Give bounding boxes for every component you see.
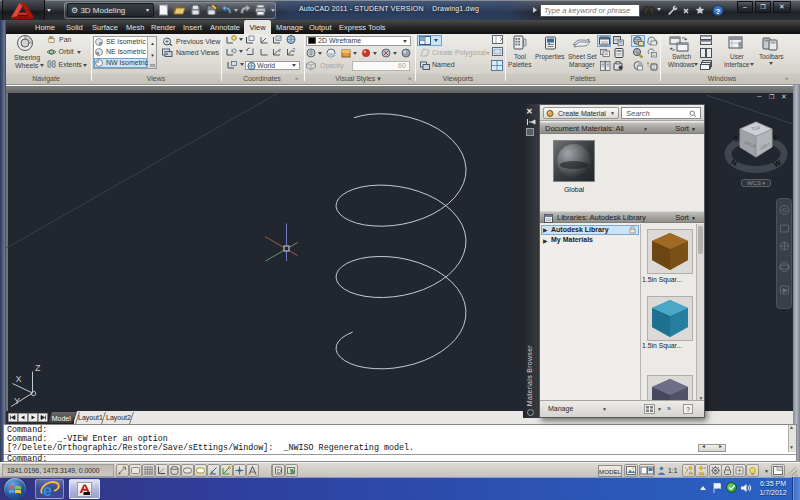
svg-text:z: z <box>279 48 282 53</box>
svg-text:TOP: TOP <box>751 126 760 132</box>
svg-text:Y: Y <box>14 396 20 406</box>
svg-text:2: 2 <box>293 48 296 53</box>
svg-text:Z: Z <box>35 363 41 373</box>
svg-text:?: ? <box>716 7 721 16</box>
svg-text:D: D <box>277 468 282 474</box>
svg-text:X: X <box>16 374 22 384</box>
